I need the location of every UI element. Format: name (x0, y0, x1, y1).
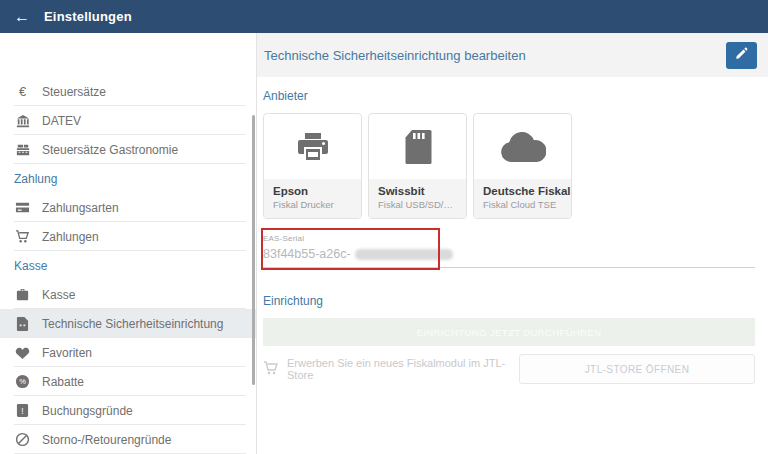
note-icon: ! (14, 402, 31, 419)
pencil-icon (735, 47, 748, 63)
app-bar-title: Einstellungen (44, 9, 132, 24)
anbieter-section-label: Anbieter (263, 89, 755, 103)
sidebar-item-steuersaetze-gastronomie[interactable]: Steuersätze Gastronomie (0, 135, 256, 164)
provider-card-deutsche-fiskal[interactable]: Deutsche Fiskal Fiskal Cloud TSE (473, 113, 572, 219)
provider-subtitle: Fiskal Drucker (273, 199, 352, 210)
sidebar-item-technische-sicherheitseinrichtung[interactable]: Technische Sicherheitseinrichtung (0, 309, 256, 338)
provider-name: Epson (273, 185, 352, 197)
cart-icon (263, 360, 279, 378)
sd-card-icon (369, 114, 466, 179)
svg-text:!: ! (21, 406, 23, 416)
sidebar-section-label: Zahlung (14, 172, 57, 186)
page-title: Technische Sicherheitseinrichtung bearbe… (264, 48, 726, 63)
briefcase-icon (14, 286, 31, 303)
sim-card-icon (14, 315, 31, 332)
sidebar-item-zahlungen[interactable]: Zahlungen (0, 222, 256, 251)
settings-screen: ← Einstellungen € Steuersätze DATEV Steu… (0, 0, 768, 454)
sidebar-item-steuersaetze[interactable]: € Steuersätze (0, 77, 256, 106)
euro-icon: € (14, 83, 31, 100)
provider-card-epson[interactable]: Epson Fiskal Drucker (263, 113, 362, 219)
sidebar-section-kasse: Kasse (0, 251, 256, 280)
provider-name: Deutsche Fiskal (483, 185, 562, 197)
discount-icon: % (14, 373, 31, 390)
einrichtung-primary-button[interactable]: Einrichtung jetzt durchführen (263, 318, 755, 346)
sidebar-item-datev[interactable]: DATEV (0, 106, 256, 135)
serial-field-label: EAS-Serial (263, 234, 755, 243)
redacted-serial-segment (355, 249, 453, 260)
sidebar-item-label: Zahlungsarten (42, 201, 119, 215)
provider-subtitle: Fiskal USB/SD/micro... (378, 199, 457, 210)
cash-register-icon (14, 141, 31, 158)
provider-subtitle: Fiskal Cloud TSE (483, 199, 562, 210)
serial-field: EAS-Serial 83f44b55-a26c- (263, 234, 755, 268)
sidebar-item-label: Zahlungen (42, 230, 99, 244)
provider-name: Swissbit (378, 185, 457, 197)
sidebar-item-label: Steuersätze (42, 85, 106, 99)
sidebar-item-storno-retourengruende[interactable]: Storno-/Retourengründe (0, 425, 256, 454)
serial-value-text: 83f44b55-a26c- (263, 247, 351, 261)
svg-text:%: % (19, 377, 26, 386)
sidebar-item-label: DATEV (42, 114, 81, 128)
sidebar-item-label: Storno-/Retourengründe (42, 433, 171, 447)
edit-button[interactable] (726, 42, 757, 69)
sidebar-item-label: Favoriten (42, 346, 92, 360)
sidebar-nav: € Steuersätze DATEV Steuersätze Gastrono… (0, 77, 256, 454)
content-body: Anbieter Epson Fiskal Drucker (257, 77, 768, 384)
blocked-icon (14, 431, 31, 448)
jtl-store-button[interactable]: JTL-STORE ÖFFNEN (519, 354, 755, 384)
store-row: Erwerben Sie ein neues Fiskalmodul im JT… (263, 354, 755, 384)
sidebar-item-label: Buchungsgründe (42, 404, 133, 418)
sidebar-section-label: Kasse (14, 259, 47, 273)
einrichtung-section-label: Einrichtung (263, 294, 755, 308)
store-hint-text: Erwerben Sie ein neues Fiskalmodul im JT… (287, 357, 519, 381)
sidebar-item-buchungsgruende[interactable]: ! Buchungsgründe (0, 396, 256, 425)
sidebar-item-label: Technische Sicherheitseinrichtung (42, 317, 223, 331)
sidebar-item-favoriten[interactable]: Favoriten (0, 338, 256, 367)
bank-icon (14, 112, 31, 129)
content-subheader: Technische Sicherheitseinrichtung bearbe… (257, 33, 768, 77)
serial-field-value[interactable]: 83f44b55-a26c- (263, 247, 755, 268)
sidebar-item-label: Kasse (42, 288, 75, 302)
back-arrow-icon[interactable]: ← (0, 8, 44, 26)
settings-sidebar: € Steuersätze DATEV Steuersätze Gastrono… (0, 33, 257, 454)
provider-cards: Epson Fiskal Drucker Swissbit Fiskal USB… (263, 113, 755, 219)
app-bar: ← Einstellungen (0, 0, 768, 33)
sidebar-scrollbar[interactable] (252, 115, 255, 385)
credit-card-icon (14, 199, 31, 216)
provider-card-swissbit[interactable]: Swissbit Fiskal USB/SD/micro... (368, 113, 467, 219)
main-content: Technische Sicherheitseinrichtung bearbe… (257, 33, 768, 454)
heart-icon (14, 344, 31, 361)
sidebar-item-label: Rabatte (42, 375, 84, 389)
cloud-icon (474, 114, 571, 179)
provider-card-footer: Epson Fiskal Drucker (264, 179, 361, 218)
sidebar-item-rabatte[interactable]: % Rabatte (0, 367, 256, 396)
store-hint: Erwerben Sie ein neues Fiskalmodul im JT… (263, 357, 519, 381)
sidebar-item-kasse[interactable]: Kasse (0, 280, 256, 309)
sidebar-section-zahlung: Zahlung (0, 164, 256, 193)
cart-icon (14, 228, 31, 245)
provider-card-footer: Swissbit Fiskal USB/SD/micro... (369, 179, 466, 218)
sidebar-item-label: Steuersätze Gastronomie (42, 143, 178, 157)
provider-card-footer: Deutsche Fiskal Fiskal Cloud TSE (474, 179, 571, 218)
sidebar-item-zahlungsarten[interactable]: Zahlungsarten (0, 193, 256, 222)
printer-icon (264, 114, 361, 179)
